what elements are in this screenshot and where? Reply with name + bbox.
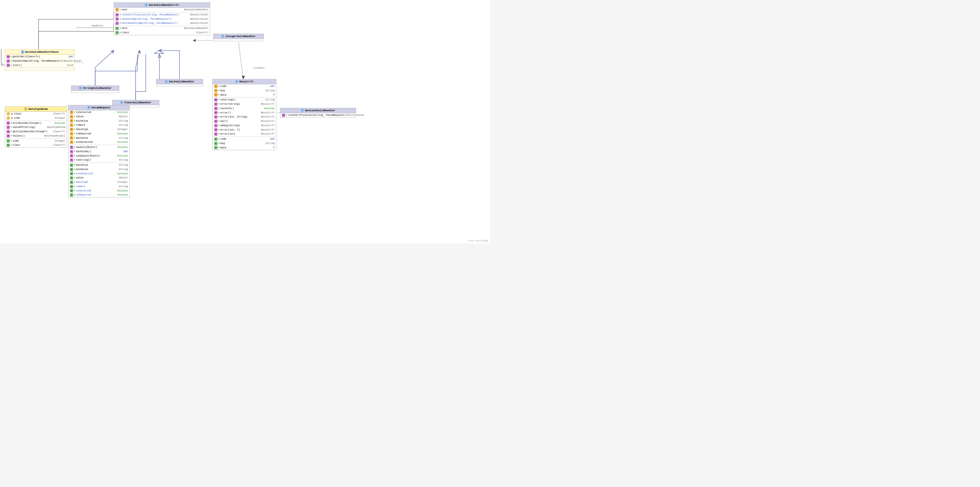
pr-areSelected-p: p ● areSelected boolean [68,172,129,176]
svg-marker-9 [158,54,161,57]
rt-row-errorInt: m ● error(int) Result<T> [213,132,276,136]
rt-row-msg-p: p ● msg String [213,142,276,146]
rt-row-code-f: f ● code int [213,84,276,89]
method-init: init() [13,64,22,67]
type-string: String [266,89,275,93]
svh-header: C StringValidHandler [71,86,119,91]
pr-equals-m: m ● equals(Object) boolean [68,145,129,150]
vis-pub: ● [11,64,12,67]
badge-c-pr: C [87,106,91,109]
method-nextHandle: nextHandle(Map<String, ParamRequest>) [121,21,178,25]
pr-toString-m: m ● toString() String [68,158,129,162]
badge-c-svh: C [79,86,82,90]
badge-c-dvh: C [145,3,148,7]
vis-pub: ● [119,22,121,25]
rt-row-toString: m ● toString() String [213,98,276,102]
rt-row-okT: m ● ok(T) Result<T> [213,119,276,124]
rt-row-code-p: p ● code int [213,137,276,142]
type-rt4: Result<T> [261,119,275,123]
badge-m: m [214,120,218,123]
pr-value-p: p ● value Object [68,176,129,180]
method-ruleVerification: ruleVerification(String, ParamRequest) [121,13,179,17]
dvhc-header: C DataValidHandlerChain [5,49,75,55]
field-msg: msg [220,89,225,93]
watermark: ©SUN 专利许可图解 [469,239,488,242]
field-next: next [121,8,127,12]
badge-m: m [282,114,285,117]
rt-row-msg-f: f ● msg String [213,89,276,93]
type-result-void2: Result<Void> [190,18,208,21]
rt-row-errorIntString: m ● error(int, String) Result<T> [213,115,276,119]
svg-text:handlers: handlers [92,24,103,27]
badge-c-bvh: C [301,109,304,112]
badge-m: m [6,59,10,63]
method-errorIntString: error(int, String) [220,115,247,119]
badge-p: p [115,27,119,30]
type-class: Class<?> [196,31,208,35]
ivh-header: C IntegerValidHandler [213,34,264,39]
data-valid-handler-header: C DataValidHandler<T> [114,3,210,8]
badge-m: m [214,132,218,136]
type-void: void [67,64,73,67]
pr-header: C ParamRequest [68,105,129,110]
pr-areSelected-f: f ● areSelected boolean [68,140,129,145]
badge-c-fvh: C [120,101,123,104]
dte-title: DataTypeEnum [29,108,48,111]
type-int2: int [270,84,275,88]
badge-m: m [214,128,218,132]
vis-pub: ● [119,18,121,21]
badge-m: m [214,107,218,110]
type-string2: String [266,98,275,102]
svh-title: StringValidHandler [83,87,112,89]
param-request-box: C ParamRequest f ● isSelected boolean f … [68,105,130,197]
pr-isSelected-p: p ● isSelected boolean [68,189,129,193]
data-type-enum-box: E DataTypeEnum f 🔒 clazz Class<?> f 🔒 co… [5,107,67,148]
dte-clazz-p: p ● clazz Class<?> [5,143,67,147]
badge-m: m [6,55,10,59]
badge-m: m [115,13,119,17]
badge-f: f [115,8,119,11]
rt-row-error: m ● error() Result<T> [213,111,276,115]
type-int: int [68,55,73,59]
field-code: code [220,84,226,88]
vis-pub: ● [119,8,121,11]
type-dvhandler: DataValidHandler [184,8,208,12]
pr-minValue-f: f ● minValue String [68,119,129,123]
badge-p: p [214,146,218,149]
vis-pub: ● [11,55,12,59]
dvhc-title: DataValidHandlerChain [25,51,59,54]
badge-m: m [214,98,218,102]
type-result-void: Result<Void> [190,13,208,17]
date-valid-handler-box: C DateValidHandler [156,79,203,86]
vis-pub: ● [119,31,121,35]
result-t-box: C Result<T> f ● code int f ● msg String … [213,79,276,150]
rt-title: Result<T> [239,80,254,83]
ivh-title: IntegerValidHandler [226,35,256,38]
method-handle2: handle(Map<String, ParamRequest>) [13,59,63,63]
boolean-valid-handler-box: C BooleanValidHandler m ● ruleVerificati… [280,108,356,118]
rt-header: C Result<T> [213,79,276,84]
rt-row-success: m ● success() boolean [213,107,276,111]
bvh-title: BooleanValidHandler [305,109,335,112]
dte-code-p: p ● code Integer [5,139,67,143]
pr-isRequired-f: f ● isRequired boolean [68,132,129,136]
pr-isRequired-p: p ● isRequired boolean [68,193,129,197]
dte-code-f: f 🔒 code Integer [5,116,67,121]
badge-c-ivh: C [221,35,224,38]
badge-f: f [214,93,218,97]
bvh-type-result: Result<Void> [347,113,365,117]
type-int3: int [270,137,275,141]
fvh-title: FloatValidHandler [124,101,151,104]
type-rt5: Result<T> [261,124,275,128]
badge-c-dvhc: C [21,50,24,54]
dte-getClazzByCode-m: m ● getClazzByCode(Integer) Class<?> [5,130,67,134]
integer-valid-handler-box: C IntegerValidHandler [213,34,264,41]
svg-marker-4 [193,39,196,42]
badge-f: f [214,89,218,92]
rt-row-errorIntT: m ● error(int, T) Result<T> [213,128,276,132]
pr-dataType-p: p ● dataType Integer [68,180,129,185]
badge-m: m [214,115,218,119]
dte-clazz-f: f 🔒 clazz Class<?> [5,112,67,116]
fvh-header: C FloatValidHandler [113,100,159,105]
pr-value-f: f ● value Object [68,115,129,119]
